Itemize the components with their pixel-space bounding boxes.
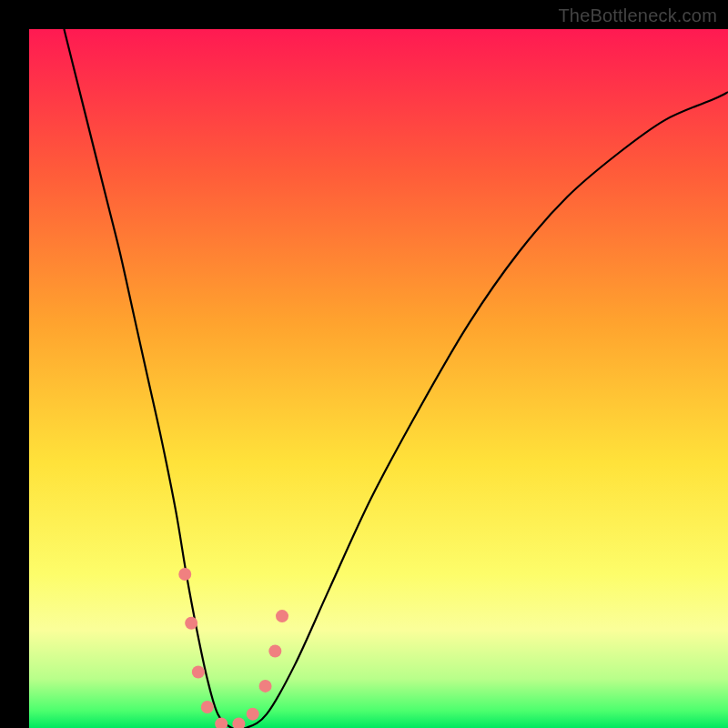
highlight-dot xyxy=(185,617,197,630)
gradient-background xyxy=(29,29,728,728)
watermark-text: TheBottleneck.com xyxy=(558,5,717,26)
chart-frame: TheBottleneck.com xyxy=(0,0,728,728)
chart-plot xyxy=(29,29,728,728)
highlight-dot xyxy=(247,708,259,721)
highlight-dot xyxy=(201,701,214,713)
highlight-dot xyxy=(268,645,281,658)
highlight-dot xyxy=(192,666,205,679)
highlight-dot xyxy=(178,568,191,581)
highlight-dot xyxy=(276,610,288,622)
highlight-dot xyxy=(259,680,272,693)
